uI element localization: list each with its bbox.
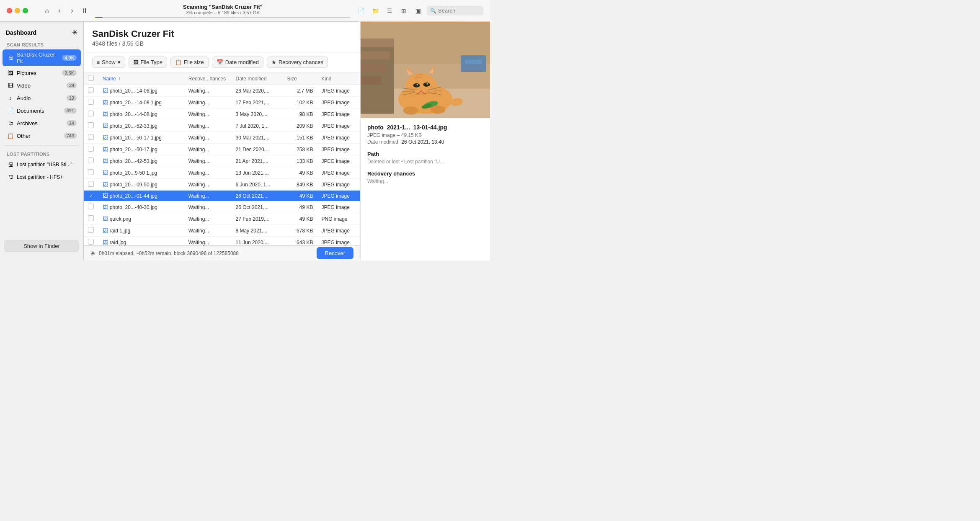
row-checkbox[interactable]: [88, 169, 94, 175]
file-icon: 🖼: [103, 227, 108, 234]
col-header-date[interactable]: Date modified: [232, 72, 283, 85]
sidebar-count-archives: 14: [67, 120, 77, 126]
show-filter-chevron: ▾: [118, 59, 121, 65]
row-checkbox[interactable]: [88, 215, 94, 221]
svg-rect-9: [465, 59, 482, 64]
table-row[interactable]: ✓🖼photo_20...-01-44.jpgWaiting...26 Oct …: [84, 191, 360, 201]
file-icon: 🖼: [103, 99, 108, 106]
grid-view-button[interactable]: ⊞: [398, 5, 409, 16]
table-row[interactable]: 🖼photo_20...-14-06.jpgWaiting...26 Mar 2…: [84, 85, 360, 97]
sidebar-item-sandisk[interactable]: 🖫 SanDisk Cruzer Fit 4,9K: [3, 49, 81, 66]
sidebar-count-other: 749: [64, 133, 77, 139]
row-kind: JPEG image: [317, 201, 360, 213]
row-size: 678 KB: [283, 225, 317, 237]
row-size: 209 KB: [283, 120, 317, 132]
sidebar-item-lost-partition-usb[interactable]: 🖫 Lost partition "USB Sti...": [3, 159, 81, 170]
minimize-button[interactable]: [15, 8, 20, 13]
recover-button[interactable]: Recover: [317, 247, 353, 259]
row-size: 49 KB: [283, 191, 317, 201]
back-button[interactable]: ‹: [54, 5, 65, 16]
row-checkbox[interactable]: ✓: [88, 193, 94, 199]
show-finder-button[interactable]: Show in Finder: [4, 240, 79, 252]
preview-info: photo_2021-1..._13-01-44.jpg JPEG image …: [361, 118, 490, 260]
row-checkbox[interactable]: [88, 87, 94, 93]
sidebar-item-archives[interactable]: 🗂 Archives 14: [3, 117, 81, 129]
lost-partition-hfs-icon: 🖫: [7, 173, 14, 181]
row-checkbox[interactable]: [88, 146, 94, 152]
panel-view-button[interactable]: ▣: [413, 5, 423, 16]
maximize-button[interactable]: [23, 8, 28, 13]
table-row[interactable]: 🖼photo_20...-52-33.jpgWaiting...7 Jul 20…: [84, 120, 360, 132]
file-size-label: File size: [184, 59, 204, 65]
preview-path-label: Path: [367, 151, 483, 157]
row-checkbox[interactable]: [88, 111, 94, 116]
pause-button[interactable]: ⏸: [79, 5, 90, 16]
col-header-recovery[interactable]: Recove...hances: [184, 72, 232, 85]
sidebar-item-pictures[interactable]: 🖼 Pictures 3,6K: [3, 67, 81, 79]
table-body: 🖼photo_20...-14-06.jpgWaiting...26 Mar 2…: [84, 85, 360, 246]
search-bar[interactable]: 🔍: [427, 6, 483, 15]
row-checkbox[interactable]: [88, 227, 94, 233]
row-checkbox[interactable]: [88, 134, 94, 140]
table-row[interactable]: 🖼photo_20...-50-17 1.jpgWaiting...30 Mar…: [84, 132, 360, 144]
sidebar-label-lost-hfs: Lost partition - HFS+: [17, 174, 77, 180]
recovery-chances-button[interactable]: ★ Recovery chances: [267, 57, 328, 68]
titlebar-title: Scanning "SanDisk Cruzer Fit": [95, 4, 351, 10]
sidebar-item-video[interactable]: 🎞 Video 39: [3, 80, 81, 91]
col-header-size[interactable]: Size: [283, 72, 317, 85]
row-date: 27 Feb 2019,...: [232, 213, 283, 225]
forward-button[interactable]: ›: [67, 5, 77, 16]
content-header: SanDisk Cruzer Fit 4948 files / 3,56 GB: [84, 22, 360, 52]
table-row[interactable]: 🖼photo_20...-09-50.jpgWaiting...6 Jun 20…: [84, 179, 360, 191]
table-row[interactable]: 🖼quick.pngWaiting...27 Feb 2019,...49 KB…: [84, 213, 360, 225]
search-icon: 🔍: [430, 8, 436, 14]
table-row[interactable]: 🖼photo_20...-14-08.jpgWaiting...3 May 20…: [84, 108, 360, 120]
sidebar-count-pictures: 3,6K: [62, 70, 77, 76]
file-size-button[interactable]: 📋 File size: [170, 57, 209, 68]
row-name: 🖼photo_20...-09-50.jpg: [98, 179, 184, 191]
search-input[interactable]: [438, 8, 480, 14]
table-row[interactable]: 🖼photo_20...-50-17.jpgWaiting...21 Dec 2…: [84, 144, 360, 155]
row-checkbox[interactable]: [88, 122, 94, 128]
col-header-check[interactable]: [84, 72, 98, 85]
table-row[interactable]: 🖼photo_20...-14-08 1.jpgWaiting...17 Feb…: [84, 97, 360, 108]
svg-point-19: [426, 83, 428, 85]
sidebar-count-sandisk: 4,9K: [62, 55, 77, 61]
col-header-name[interactable]: Name ↑: [98, 72, 184, 85]
row-date: 21 Dec 2020,...: [232, 144, 283, 155]
table-row[interactable]: 🖼raid 1.jpgWaiting...8 May 2021,...678 K…: [84, 225, 360, 237]
file-type-button[interactable]: 🖼 File Type: [129, 57, 168, 68]
sidebar-label-archives: Archives: [17, 120, 64, 126]
row-kind: PNG image: [317, 213, 360, 225]
table-row[interactable]: 🖼raid.jpgWaiting...11 Jun 2020,...643 KB…: [84, 237, 360, 246]
table-row[interactable]: 🖼photo_20...-40-30.jpgWaiting...26 Oct 2…: [84, 201, 360, 213]
row-checkbox[interactable]: [88, 181, 94, 187]
row-size: 49 KB: [283, 213, 317, 225]
sidebar-item-other[interactable]: 📋 Other 749: [3, 130, 81, 142]
show-filter-button[interactable]: ≡ Show ▾: [92, 57, 125, 68]
list-view-button[interactable]: ☰: [384, 5, 395, 16]
date-modified-button[interactable]: 📅 Date modified: [212, 57, 263, 68]
folder-view-button[interactable]: 📁: [370, 5, 381, 16]
sidebar-item-audio[interactable]: ♪ Audio 13: [3, 92, 81, 104]
row-checkbox[interactable]: [88, 157, 94, 163]
row-checkbox[interactable]: [88, 204, 94, 209]
sidebar-item-lost-partition-hfs[interactable]: 🖫 Lost partition - HFS+: [3, 171, 81, 183]
sidebar-divider: [5, 145, 78, 146]
file-view-button[interactable]: 📄: [356, 5, 366, 16]
table-row[interactable]: 🖼photo_20...-42-53.jpgWaiting...21 Apr 2…: [84, 155, 360, 167]
svg-rect-3: [361, 39, 394, 113]
row-size: 98 KB: [283, 108, 317, 120]
file-icon: 🖼: [103, 111, 108, 117]
table-row[interactable]: 🖼photo_20...9-50 1.jpgWaiting...13 Jun 2…: [84, 167, 360, 179]
row-date: 21 Apr 2021,...: [232, 155, 283, 167]
col-header-kind[interactable]: Kind: [317, 72, 360, 85]
row-recovery: Waiting...: [184, 225, 232, 237]
home-button[interactable]: ⌂: [41, 5, 52, 16]
row-checkbox[interactable]: [88, 239, 94, 245]
sidebar-item-documents[interactable]: 📄 Documents 491: [3, 105, 81, 116]
select-all-checkbox[interactable]: [88, 75, 94, 81]
video-icon: 🎞: [7, 82, 14, 89]
close-button[interactable]: [7, 8, 12, 13]
row-checkbox[interactable]: [88, 99, 94, 105]
